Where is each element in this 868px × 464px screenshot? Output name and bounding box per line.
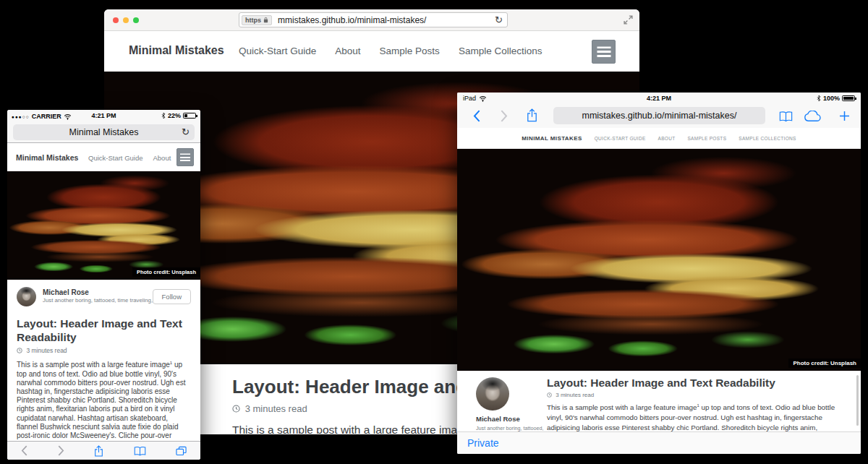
back-icon[interactable] (21, 445, 27, 456)
author-name: Michael Rose (43, 288, 89, 296)
iphone-url-bar: Minimal Mistakes ↻ (7, 122, 200, 143)
header-image: Photo credit: Unsplash (7, 171, 200, 280)
photo-credit: Photo credit: Unsplash (788, 358, 861, 368)
battery-percent: 100% (823, 95, 840, 102)
header-image: Photo credit: Unsplash (457, 149, 861, 371)
icloud-tabs-icon[interactable] (803, 111, 822, 122)
iphone-safari-window: ●●●○○ CARRIER 4:21 PM 22% Minimal Mistak… (7, 110, 200, 460)
nav-item-sample-posts[interactable]: Sample Posts (380, 46, 440, 56)
menu-toggle-button[interactable] (176, 148, 194, 166)
private-browsing-bar: Private (457, 431, 861, 454)
reload-icon[interactable]: ↻ (182, 126, 190, 137)
battery-icon (842, 95, 855, 101)
author-avatar (476, 377, 509, 411)
address-field-text: Minimal Mistakes (13, 127, 195, 137)
nav-item-quick-start-guide[interactable]: Quick-Start Guide (239, 46, 316, 56)
post-title: Layout: Header Image and Text Readabilit… (17, 317, 191, 344)
new-tab-icon[interactable] (839, 111, 850, 121)
follow-button[interactable]: Follow (153, 289, 191, 304)
https-badge: https (242, 15, 272, 25)
post-paragraph: This is a sample post with a large featu… (547, 403, 845, 431)
nav-item-sample-posts[interactable]: SAMPLE POSTS (687, 136, 726, 141)
nav-item-about[interactable]: About (335, 46, 360, 56)
ipad-safari-window: iPad 4:21 PM 100% mmistakes.github.io/mi… (457, 93, 861, 454)
author-bio: Just another boring, tattooed, (476, 425, 544, 431)
nav-item-quick-start-guide[interactable]: QUICK-START GUIDE (595, 136, 646, 141)
clock-icon (232, 405, 240, 413)
desktop-site-nav: Quick-Start Guide About Sample Posts Sam… (239, 46, 542, 56)
battery-icon (183, 113, 196, 119)
nav-item-about[interactable]: ABOUT (658, 136, 676, 141)
read-time-text: 3 minutes read (26, 347, 67, 354)
nav-item-sample-collections[interactable]: SAMPLE COLLECTIONS (739, 136, 796, 141)
nav-item-about[interactable]: About (153, 154, 171, 162)
window-controls (113, 17, 139, 23)
hamburger-icon (597, 46, 610, 57)
iphone-bottom-toolbar (7, 441, 200, 460)
site-title-link[interactable]: MINIMAL MISTAKES (522, 135, 582, 142)
reload-icon[interactable]: ↻ (495, 15, 503, 25)
https-label: https (245, 17, 261, 24)
author-avatar (17, 287, 36, 306)
scrollbar[interactable] (856, 375, 859, 426)
paragraph-text: This is a sample post with a large featu… (232, 424, 469, 434)
address-field-text: mmistakes.github.io/minimal-mistakes/ (553, 111, 765, 121)
clock-icon (17, 348, 22, 353)
paragraph-text: This is a sample post with a large featu… (547, 403, 697, 411)
iphone-site-masthead: Minimal Mistakes Quick-Start Guide About (7, 143, 200, 171)
share-icon[interactable] (527, 108, 537, 122)
forward-icon[interactable] (58, 445, 64, 456)
lock-icon (263, 17, 268, 23)
iphone-status-bar: ●●●○○ CARRIER 4:21 PM 22% (7, 110, 200, 122)
paragraph-text: This is a sample post with a large featu… (17, 361, 170, 369)
back-icon[interactable] (473, 110, 480, 122)
hamburger-icon (180, 153, 190, 161)
article-column: Layout: Header Image and Text Readabilit… (547, 377, 845, 431)
bookmarks-icon[interactable] (779, 111, 793, 122)
share-icon[interactable] (94, 445, 103, 457)
desktop-site-masthead: Minimal Mistakes Quick-Start Guide About… (104, 31, 639, 72)
site-title-link[interactable]: Minimal Mistakes (129, 44, 224, 57)
forward-icon[interactable] (501, 110, 508, 122)
bluetooth-icon (817, 95, 821, 102)
status-time: 4:21 PM (457, 95, 861, 102)
minimize-window-button[interactable] (123, 17, 129, 23)
bluetooth-icon (161, 112, 166, 119)
zoom-window-button[interactable] (133, 17, 139, 23)
ipad-browser-toolbar: mmistakes.github.io/minimal-mistakes/ (457, 104, 861, 128)
author-row: Michael Rose Just another boring, tattoo… (17, 287, 191, 309)
author-name: Michael Rose (476, 415, 520, 423)
ipad-address-field[interactable]: mmistakes.github.io/minimal-mistakes/ (553, 107, 765, 124)
iphone-address-field[interactable]: Minimal Mistakes ↻ (13, 124, 195, 140)
url-text: mmistakes.github.io/minimal-mistakes/ (278, 15, 426, 25)
nav-item-sample-collections[interactable]: Sample Collections (459, 46, 542, 56)
tabs-icon[interactable] (176, 446, 187, 456)
photo-credit: Photo credit: Unsplash (132, 267, 200, 277)
desktop-address-bar[interactable]: https mmistakes.github.io/minimal-mistak… (239, 12, 508, 27)
ipad-status-bar: iPad 4:21 PM 100% (457, 93, 861, 104)
responsive-showcase: https mmistakes.github.io/minimal-mistak… (0, 0, 868, 464)
bookmarks-icon[interactable] (134, 446, 146, 456)
site-title-link[interactable]: Minimal Mistakes (16, 153, 78, 162)
ipad-site-masthead: MINIMAL MISTAKES QUICK-START GUIDE ABOUT… (457, 128, 861, 149)
read-time-text: 3 minutes read (556, 392, 594, 398)
iphone-article: Michael Rose Just another boring, tattoo… (7, 280, 200, 460)
battery-percent: 22% (168, 112, 181, 119)
iphone-site-nav: Quick-Start Guide About (88, 154, 171, 162)
ipad-article: Michael Rose Just another boring, tattoo… (457, 371, 861, 431)
private-label[interactable]: Private (467, 437, 499, 449)
clock-icon (547, 392, 552, 398)
read-time-text: 3 minutes read (245, 403, 307, 414)
menu-toggle-button[interactable] (592, 40, 616, 64)
post-title: Layout: Header Image and Text Readabilit… (547, 377, 845, 390)
close-window-button[interactable] (113, 17, 119, 23)
read-time: 3 minutes read (17, 347, 191, 354)
desktop-browser-chrome: https mmistakes.github.io/minimal-mistak… (104, 9, 639, 31)
fullscreen-icon[interactable] (624, 15, 633, 25)
read-time: 3 minutes read (547, 392, 845, 398)
nav-item-quick-start-guide[interactable]: Quick-Start Guide (88, 154, 143, 162)
